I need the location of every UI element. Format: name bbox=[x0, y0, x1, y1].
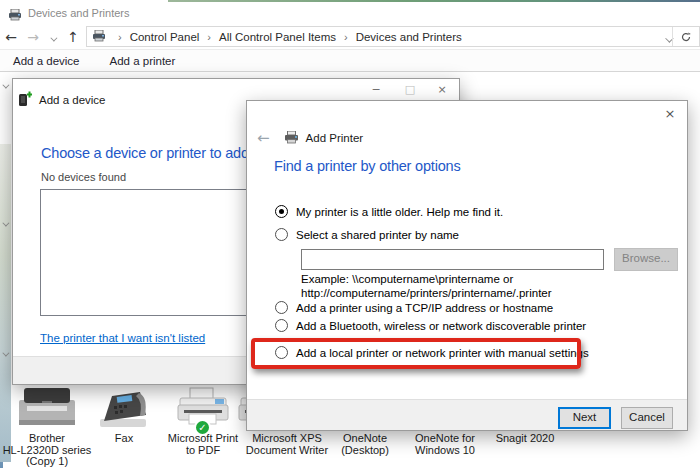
breadcrumb-devices-printers[interactable]: Devices and Printers bbox=[354, 31, 464, 43]
no-devices-status: No devices found bbox=[41, 171, 126, 183]
share-path-example: Example: \\computername\printername or h… bbox=[301, 272, 552, 300]
device-label-print-to-pdf[interactable]: Microsoft Print to PDF bbox=[158, 433, 248, 456]
fax-machine-icon[interactable] bbox=[98, 389, 152, 435]
device-label-onenote-desktop[interactable]: OneNote (Desktop) bbox=[320, 433, 410, 456]
device-label-fax[interactable]: Fax bbox=[79, 433, 169, 445]
brother-printer-icon[interactable] bbox=[15, 386, 79, 436]
add-printer-command[interactable]: Add a printer bbox=[110, 55, 176, 67]
red-highlight-box bbox=[251, 338, 581, 369]
cancel-button[interactable]: Cancel bbox=[621, 407, 673, 429]
browse-button[interactable]: Browse... bbox=[614, 248, 678, 271]
device-label-xps-writer[interactable]: Microsoft XPS Document Writer bbox=[242, 433, 332, 456]
printer-not-listed-link[interactable]: The printer that I want isn't listed bbox=[40, 332, 205, 344]
up-button[interactable]: ↑ bbox=[62, 29, 84, 45]
back-arrow-icon[interactable]: ← bbox=[257, 129, 270, 147]
default-printer-check-icon: ✓ bbox=[194, 419, 211, 436]
refresh-button[interactable] bbox=[672, 27, 699, 46]
breadcrumb-control-panel[interactable]: Control Panel bbox=[128, 31, 202, 43]
option-shared-printer[interactable]: Select a shared printer by name bbox=[275, 228, 459, 241]
breadcrumb-separator: › bbox=[338, 31, 354, 43]
add-device-command[interactable]: Add a device bbox=[13, 55, 80, 67]
radio-selected-icon[interactable] bbox=[275, 205, 288, 218]
device-label-snagit[interactable]: Snagit 2020 bbox=[480, 433, 570, 445]
add-device-icon bbox=[18, 91, 32, 108]
devices-and-printers-icon bbox=[8, 7, 22, 19]
breadcrumb-separator: › bbox=[201, 31, 217, 43]
maximize-button[interactable]: □ bbox=[395, 83, 425, 96]
option-older-printer[interactable]: My printer is a little older. Help me fi… bbox=[275, 205, 503, 218]
close-button[interactable]: × bbox=[659, 106, 681, 121]
command-bar: Add a device Add a printer bbox=[0, 49, 700, 72]
radio-icon[interactable] bbox=[275, 319, 288, 332]
address-location-icon bbox=[92, 30, 106, 44]
refresh-icon bbox=[680, 31, 692, 43]
chevron-down-icon bbox=[50, 34, 57, 41]
breadcrumb-all-items[interactable]: All Control Panel Items bbox=[217, 31, 338, 43]
forward-button[interactable]: → bbox=[22, 29, 44, 45]
window-titlebar: Devices and Printers bbox=[0, 2, 700, 24]
find-printer-heading: Find a printer by other options bbox=[274, 158, 460, 174]
breadcrumb-separator: › bbox=[112, 31, 128, 43]
radio-icon[interactable] bbox=[275, 301, 288, 314]
next-button[interactable]: Next bbox=[558, 407, 611, 429]
add-printer-icon bbox=[284, 131, 299, 146]
recent-pages-dropdown[interactable] bbox=[44, 28, 60, 46]
option-tcpip-printer[interactable]: Add a printer using a TCP/IP address or … bbox=[275, 301, 553, 314]
back-button[interactable]: ← bbox=[0, 29, 22, 45]
add-device-dialog-title: Add a device bbox=[39, 94, 106, 106]
navigation-toolbar: ← → ↑ › Control Panel › All Control Pane… bbox=[0, 24, 700, 49]
chevron-down-icon bbox=[2, 82, 9, 89]
desktop-sliver bbox=[0, 144, 11, 462]
window-title: Devices and Printers bbox=[28, 7, 130, 19]
address-bar[interactable]: › Control Panel › All Control Panel Item… bbox=[86, 26, 700, 47]
screen: { "titlebar": { "title": "Devices and Pr… bbox=[0, 0, 700, 468]
device-label-onenote-win10[interactable]: OneNote for Windows 10 bbox=[400, 433, 490, 456]
shared-printer-name-input[interactable] bbox=[301, 249, 604, 270]
minimize-button[interactable]: − bbox=[361, 83, 391, 96]
address-dropdown[interactable] bbox=[665, 33, 671, 45]
add-printer-dialog-title: Add Printer bbox=[306, 132, 364, 144]
add-printer-dialog: × ← Add Printer Find a printer by other … bbox=[246, 100, 688, 431]
close-button[interactable]: × bbox=[427, 83, 457, 96]
option-bluetooth-printer[interactable]: Add a Bluetooth, wireless or network dis… bbox=[275, 319, 586, 332]
radio-icon[interactable] bbox=[275, 228, 288, 241]
